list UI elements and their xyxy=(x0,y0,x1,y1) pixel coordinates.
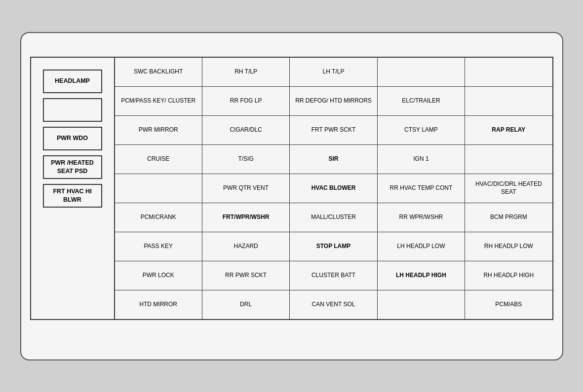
grid-cell-1-2: RR DEFOG/ HTD MIRRORS xyxy=(290,87,377,115)
grid-cell-2-1: CIGAR/DLC xyxy=(202,116,290,144)
right-grid: SWC BACKLIGHTRH T/LPLH T/LPPCM/PASS KEY/… xyxy=(115,58,552,319)
grid-cell-2-0: PWR MIRROR xyxy=(115,116,202,144)
grid-cell-0-0: SWC BACKLIGHT xyxy=(115,58,202,86)
grid-cell-7-2: CLUSTER BATT xyxy=(290,261,377,290)
grid-cell-6-4: RH HEADLP LOW xyxy=(465,232,552,261)
grid-cell-6-1: HAZARD xyxy=(202,232,290,261)
grid-cell-8-0: HTD MIRROR xyxy=(115,290,202,319)
top-bar xyxy=(30,42,553,57)
grid-cell-0-4 xyxy=(465,58,552,86)
grid-cell-1-1: RR FOG LP xyxy=(202,87,290,115)
grid-cell-7-3: LH HEADLP HIGH xyxy=(378,261,465,290)
grid-cell-3-4 xyxy=(465,145,552,174)
grid-cell-3-3: IGN 1 xyxy=(378,145,465,174)
grid-cell-3-2: SIR xyxy=(290,145,377,174)
grid-cell-5-2: MALL/CLUSTER xyxy=(290,203,377,232)
grid-cell-4-4: HVAC/DIC/DRL HEATED SEAT xyxy=(465,174,552,203)
grid-cell-2-4: RAP RELAY xyxy=(465,116,552,144)
grid-cell-4-1: PWR QTR VENT xyxy=(202,174,290,203)
grid-row-1: PCM/PASS KEY/ CLUSTERRR FOG LPRR DEFOG/ … xyxy=(115,87,552,116)
grid-cell-4-2: HVAC BLOWER xyxy=(290,174,377,203)
grid-cell-8-1: DRL xyxy=(202,290,290,319)
grid-cell-6-3: LH HEADLP LOW xyxy=(378,232,465,261)
grid-row-8: HTD MIRRORDRLCAN VENT SOLPCM/ABS xyxy=(115,290,552,319)
breaker-box-4: FRT HVAC HI BLWR xyxy=(43,184,102,208)
breaker-box-1 xyxy=(43,98,102,122)
grid-row-5: PCM/CRANKFRT/WPR/WSHRMALL/CLUSTERRR WPR/… xyxy=(115,203,552,232)
grid-cell-3-0: CRUISE xyxy=(115,145,202,174)
grid-cell-2-3: CTSY LAMP xyxy=(378,116,465,144)
breaker-box-2: PWR WDO xyxy=(43,127,102,150)
grid-cell-7-0: PWR LOCK xyxy=(115,261,202,290)
grid-row-2: PWR MIRRORCIGAR/DLCFRT PWR SCKTCTSY LAMP… xyxy=(115,116,552,145)
grid-cell-7-4: RH HEADLP HIGH xyxy=(465,261,552,290)
outer-card: HEADLAMPPWR WDOPWR /HEATED SEAT PSDFRT H… xyxy=(20,32,563,360)
grid-cell-6-2: STOP LAMP xyxy=(290,232,377,261)
grid-row-6: PASS KEYHAZARDSTOP LAMPLH HEADLP LOWRH H… xyxy=(115,232,552,261)
grid-cell-5-0: PCM/CRANK xyxy=(115,203,202,232)
grid-row-0: SWC BACKLIGHTRH T/LPLH T/LP xyxy=(115,58,552,87)
grid-cell-7-1: RR PWR SCKT xyxy=(202,261,290,290)
grid-cell-6-0: PASS KEY xyxy=(115,232,202,261)
breaker-box-3: PWR /HEATED SEAT PSD xyxy=(43,155,102,179)
grid-cell-4-3: RR HVAC TEMP CONT xyxy=(378,174,465,203)
grid-cell-5-4: BCM PRGRM xyxy=(465,203,552,232)
grid-cell-5-1: FRT/WPR/WSHR xyxy=(202,203,290,232)
grid-cell-8-4: PCM/ABS xyxy=(465,290,552,319)
grid-row-4: PWR QTR VENTHVAC BLOWERRR HVAC TEMP CONT… xyxy=(115,174,552,203)
grid-cell-1-4 xyxy=(465,87,552,115)
grid-cell-1-3: ELC/TRAILER xyxy=(378,87,465,115)
grid-cell-5-3: RR WPR/WSHR xyxy=(378,203,465,232)
grid-cell-0-3 xyxy=(378,58,465,86)
grid-cell-8-3 xyxy=(378,290,465,319)
breaker-box-0: HEADLAMP xyxy=(43,70,102,93)
grid-cell-4-0 xyxy=(115,174,202,203)
grid-cell-1-0: PCM/PASS KEY/ CLUSTER xyxy=(115,87,202,115)
main-table: HEADLAMPPWR WDOPWR /HEATED SEAT PSDFRT H… xyxy=(30,57,553,320)
bottom-area xyxy=(30,320,553,340)
grid-cell-3-1: T/SIG xyxy=(202,145,290,174)
grid-cell-0-2: LH T/LP xyxy=(290,58,377,86)
grid-cell-0-1: RH T/LP xyxy=(202,58,290,86)
grid-row-3: CRUISET/SIGSIRIGN 1 xyxy=(115,145,552,174)
left-panel: HEADLAMPPWR WDOPWR /HEATED SEAT PSDFRT H… xyxy=(31,58,115,319)
grid-cell-8-2: CAN VENT SOL xyxy=(290,290,377,319)
grid-row-7: PWR LOCKRR PWR SCKTCLUSTER BATTLH HEADLP… xyxy=(115,261,552,290)
grid-cell-2-2: FRT PWR SCKT xyxy=(290,116,377,144)
